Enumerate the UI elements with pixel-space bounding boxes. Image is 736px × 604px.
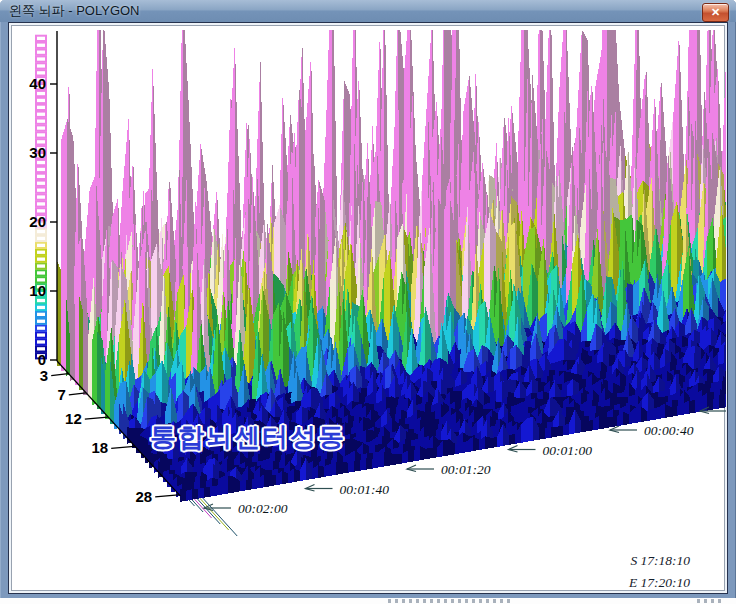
- close-icon: ✕: [711, 6, 720, 18]
- svg-text:00:02:00: 00:02:00: [238, 501, 288, 516]
- svg-text:00:01:20: 00:01:20: [441, 462, 491, 477]
- session-start-label: S 17:18:10: [600, 553, 690, 569]
- app-window: 왼쪽 뇌파 - POLYGON ✕ 0102030403712182800:00…: [0, 0, 736, 598]
- background-window-fragment: [697, 599, 723, 603]
- svg-text:3: 3: [40, 367, 48, 384]
- center-watermark: 통합뇌센터성동: [150, 420, 346, 455]
- eeg-3d-waterfall-chart: 0102030403712182800:00:4000:01:0000:01:2…: [10, 30, 726, 592]
- svg-text:7: 7: [57, 386, 65, 403]
- svg-text:00:01:00: 00:01:00: [543, 443, 593, 458]
- screen: 왼쪽 뇌파 - POLYGON ✕ 0102030403712182800:00…: [0, 0, 736, 604]
- background-window-fragment: [388, 599, 514, 603]
- svg-text:40: 40: [29, 75, 46, 92]
- svg-text:12: 12: [65, 410, 82, 427]
- session-end-label: E 17:20:10: [600, 575, 690, 591]
- svg-text:30: 30: [29, 144, 46, 161]
- svg-text:00:00:40: 00:00:40: [644, 423, 694, 438]
- svg-text:28: 28: [136, 488, 153, 505]
- svg-text:0: 0: [38, 351, 46, 368]
- svg-text:18: 18: [92, 439, 109, 456]
- svg-text:00:01:40: 00:01:40: [340, 482, 390, 497]
- background-window-strip: [0, 598, 736, 604]
- svg-text:20: 20: [29, 213, 46, 230]
- title-bar[interactable]: 왼쪽 뇌파 - POLYGON ✕: [0, 0, 736, 22]
- close-button[interactable]: ✕: [702, 3, 729, 22]
- window-title: 왼쪽 뇌파 - POLYGON: [9, 0, 140, 22]
- svg-text:10: 10: [29, 282, 46, 299]
